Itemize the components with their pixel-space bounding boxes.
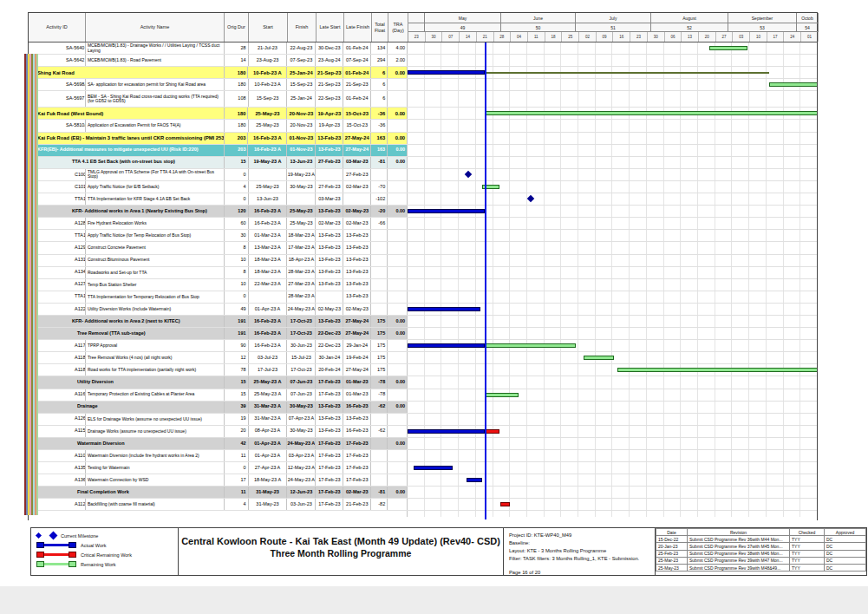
float-cell: 175 [371,352,388,363]
activity-row: C1000TMLG Approval on TTA Scheme (For TT… [29,169,817,181]
float-cell [371,474,388,486]
start-cell: 03-Jul-23 [249,352,288,363]
start-cell: 18-Mar-23 A [249,267,288,278]
finish-cell: 30-May-23 [287,402,316,413]
od-cell: 10 [225,255,249,266]
tra-cell: 0.00 [388,376,408,388]
gantt-cell [408,206,817,217]
revision-header: Checked [790,529,825,536]
gantt-cell [408,304,817,315]
tra-cell: 2.00 [388,55,408,66]
lfinish-cell: 21-Sep-23 [343,79,371,90]
day-tick: 14 [460,32,477,42]
finish-cell: 03-Jun-23 [287,499,316,510]
lstart-cell: 13-Feb-23 [316,230,343,241]
lfinish-cell: 27-May-24 [343,364,371,376]
day-tick: 04 [511,32,528,42]
finish-cell: 03-Apr-23 A [287,450,316,461]
float-cell [371,462,388,474]
activity-row: SA-5640MCEB/MCWB(1.83) - Drainage Works … [29,42,817,55]
finish-cell: 22-Aug-23 [287,42,316,54]
lstart-cell: 13-Feb-23 [316,316,343,327]
revision-cell: DC [825,536,866,543]
column-header: Total Float [372,13,388,42]
activity-name-cell: SA- application for excavation permit fo… [86,79,225,90]
float-cell: -81 [371,157,388,168]
lfinish-cell: 13-Feb-23 [343,255,371,266]
report-title: Central Kowloon Route - Kai Tak East (Mo… [181,536,500,548]
legend-label: Remaining Work [81,562,116,567]
float-cell: 175 [371,340,388,351]
lfinish-cell: 17-Feb-23 [343,462,371,474]
timeline-weeks-row: 495051525354 [408,23,819,32]
lstart-cell: 22-Sep-23 [316,91,343,107]
finish-cell: 28-Mar-23 A [287,267,316,278]
lstart-cell: 30-Dec-23 [316,42,343,54]
lstart-cell: 21-Sep-23 [316,79,343,90]
gantt-cell [408,230,817,241]
actual-bar [408,343,485,348]
float-cell [371,242,388,253]
od-cell: 30 [225,230,249,241]
lfinish-cell: 07-Sep-24 [343,55,371,66]
finish-cell: 01-Nov-23 [287,133,316,144]
column-header: Finish [288,13,317,42]
remaining-bar [485,343,576,348]
od-cell: 120 [225,206,249,217]
float-cell: 175 [371,316,388,327]
day-tick: 16 [613,32,630,42]
tra-cell: 0.00 [388,206,408,217]
start-cell: 16-Feb-23 A [249,218,288,229]
gantt-cell [408,193,817,205]
legend-label: Actual Work [81,543,107,548]
start-cell: 01-Apr-23 A [249,304,288,315]
tra-cell: 0.00 [388,438,408,449]
lfinish-cell [343,193,371,205]
gantt-cell [408,450,817,461]
tra-cell [388,291,408,303]
activity-name-cell: Temporary Protection of Existing Cables … [86,389,225,401]
finish-cell: 07-Apr-23 A [287,414,316,425]
column-header: Activity Name [86,13,225,42]
remaining-bar [485,393,519,397]
lstart-cell: 17-Feb-23 [316,438,343,449]
revision-cell: DC [825,543,866,550]
remaining-bar [769,82,817,87]
revision-row: 25-May-23Submit CSD Programme Rev 39with… [656,564,866,571]
week-number: 53 [728,23,797,31]
remaining-bar [709,46,747,50]
revision-cell: 25-May-23 [656,564,688,571]
activity-row: SA-5642MCEB/MCWB(1.83) - Road Pavement14… [29,55,817,67]
od-cell: 60 [225,218,249,229]
schedule-report-page: Activity IDActivity NameOrig DurStartFin… [0,0,868,614]
lstart-cell: 17-Feb-23 [316,462,343,474]
summary-row: Watermain Diversion4201-Apr-23 A24-May-2… [29,438,817,450]
float-cell [371,255,388,266]
start-cell: 18-May-23 A [249,474,288,486]
tra-cell: 0.00 [388,145,408,156]
revision-cell: DC [825,557,866,564]
float-cell [371,169,388,180]
activity-name-cell: Application of Excavation Permit for FAO… [86,120,225,131]
column-headers: Activity IDActivity NameOrig DurStartFin… [29,13,408,42]
filter-name: Filter: TASK filters: 3 Months Rolling_1… [509,555,655,563]
float-cell: 6 [371,67,388,78]
od-cell: 15 [225,376,249,388]
activity-name-cell: Watermain Diversion (include fire hydran… [86,450,225,461]
gantt-cell [408,42,817,54]
lstart-cell: 13-Feb-23 [316,267,343,278]
od-cell: 4 [225,181,249,193]
start-cell: 01-Apr-23 A [249,438,288,449]
gantt-cell [408,487,817,498]
day-tick: 11 [528,32,545,42]
week-number: 49 [425,23,501,31]
revision-cell: TYY [790,536,825,543]
gantt-cell [408,169,817,180]
day-tick: 01 [801,32,819,42]
column-header: Start [249,13,288,42]
activity-name-cell: Apply Traffic Notice (for Temp Relocatio… [86,230,225,241]
activity-name-cell: Construct Bituminous Pavement [86,255,225,266]
remaining-bar [584,356,614,360]
timeline-days-row: 2330071421280411182502091623300613202703… [408,32,819,42]
start-cell: 27-Apr-23 A [249,462,288,474]
